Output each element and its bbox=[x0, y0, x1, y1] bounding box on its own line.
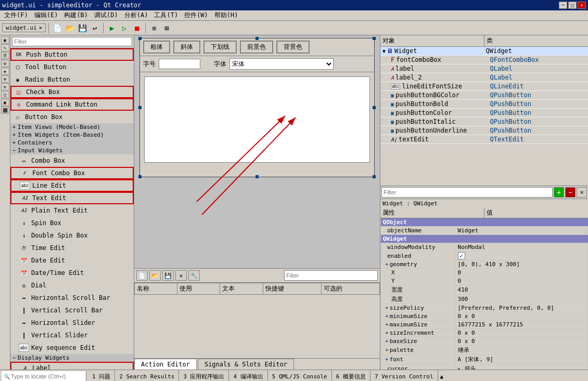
widget-item-label[interactable]: A Label bbox=[10, 362, 134, 370]
menu-item-tools[interactable]: 工具(T) bbox=[151, 10, 181, 21]
tab-action-editor[interactable]: Action Editor bbox=[134, 359, 197, 370]
status-compileoutput[interactable]: 4 编译输出 bbox=[229, 370, 267, 381]
toolbar-btn-stop[interactable]: ■ bbox=[131, 22, 143, 34]
prop-windowmodality-value[interactable]: NonModal bbox=[455, 243, 587, 252]
prop-close-btn[interactable]: × bbox=[577, 187, 587, 198]
expand-sizeincrement-icon[interactable]: + bbox=[385, 330, 389, 336]
widget-item-textedit[interactable]: AI Text Edit bbox=[10, 192, 134, 204]
widget-group-displaywidgets[interactable]: − Display Widgets bbox=[10, 354, 134, 362]
widget-item-lineedit[interactable]: abc Line Edit bbox=[10, 179, 134, 192]
action-open-btn[interactable]: 📂 bbox=[149, 270, 161, 281]
toolbar-btn-grid[interactable]: ⊞ bbox=[161, 22, 172, 34]
widget-filter-input[interactable] bbox=[12, 37, 132, 46]
widget-group-itemwidgets[interactable]: + Item Widgets (Item-Based) bbox=[10, 131, 134, 139]
prop-height-value[interactable]: 300 bbox=[455, 295, 587, 304]
widget-group-itemviews[interactable]: + Item Views (Model-Based) bbox=[10, 123, 134, 131]
prop-y-value[interactable]: 0 bbox=[455, 277, 587, 285]
tool-icon-3[interactable]: ☰ bbox=[1, 52, 9, 59]
obj-row-pushbuttoncolor[interactable]: ▣ pushButtonColor QPushButton bbox=[380, 109, 588, 117]
widget-item-pushbutton[interactable]: OK Push Button bbox=[10, 48, 134, 61]
obj-row-label[interactable]: A label QLabel bbox=[380, 64, 588, 73]
tool-icon-2[interactable]: ✎ bbox=[1, 44, 9, 51]
action-filter-input[interactable] bbox=[284, 270, 378, 281]
widget-item-spinbox[interactable]: ↕ Spin Box bbox=[10, 217, 134, 229]
obj-row-pushbuttonbgcolor[interactable]: ▣ pushButtonBGColor QPushButton bbox=[380, 91, 588, 100]
status-arrow-btn[interactable]: ▲ bbox=[438, 370, 446, 381]
widget-item-radiobutton[interactable]: ◉ Radio Button bbox=[10, 73, 134, 86]
toolbar-btn-debug[interactable]: ▷ bbox=[119, 22, 130, 34]
widget-group-containers[interactable]: + Containers bbox=[10, 139, 134, 147]
action-new-btn[interactable]: 📄 bbox=[136, 270, 148, 281]
status-problems[interactable]: 1 问题 bbox=[88, 370, 115, 381]
obj-row-fontcombo[interactable]: F fontComboBox QFontComboBox bbox=[380, 56, 588, 64]
obj-row-label2[interactable]: A label_2 QLabel bbox=[380, 73, 588, 82]
obj-row-textedit[interactable]: A| textEdit QTextEdit bbox=[380, 135, 588, 144]
maximize-button[interactable]: □ bbox=[568, 2, 577, 9]
prop-filter-input[interactable] bbox=[381, 187, 553, 198]
widget-item-combobox[interactable]: ▭ Combo Box bbox=[10, 154, 134, 167]
expand-font-icon[interactable]: + bbox=[385, 356, 389, 363]
toolbar-btn-new[interactable]: 📄 bbox=[52, 22, 63, 34]
tool-icon-4[interactable]: ⚙ bbox=[1, 60, 9, 67]
widget-item-hslider[interactable]: ━ Horizontal Slider bbox=[10, 317, 134, 329]
status-generalinfo[interactable]: 6 概要信息 bbox=[332, 370, 370, 381]
status-vcs[interactable]: 7 Version Control bbox=[370, 370, 438, 381]
expand-sizepolicy-icon[interactable]: + bbox=[385, 305, 389, 311]
expand-basesize-icon[interactable]: + bbox=[385, 338, 389, 345]
tool-icon-8[interactable]: ◫ bbox=[1, 91, 9, 98]
widget-item-hscrollbar[interactable]: ━ Horizontal Scroll Bar bbox=[10, 292, 134, 304]
menu-item-help[interactable]: 帮助(H) bbox=[211, 10, 241, 21]
menu-item-edit[interactable]: 编辑(E) bbox=[31, 10, 61, 21]
widget-item-timeedit[interactable]: ⏱ Time Edit bbox=[10, 242, 134, 254]
obj-row-pushbuttonitalic[interactable]: ▣ pushButtonItalic QPushButton bbox=[380, 117, 588, 126]
tab-signals-slots[interactable]: Signals & Slots Editor bbox=[198, 359, 294, 370]
prop-objectname-value[interactable]: Widget bbox=[455, 227, 587, 235]
obj-row-pushbuttonbold[interactable]: ▣ pushButtonBold QPushButton bbox=[380, 100, 588, 109]
widget-item-fontcombo[interactable]: 𝐹 Font Combo Box bbox=[10, 167, 134, 179]
tool-icon-6[interactable]: ⊕ bbox=[1, 75, 9, 83]
prop-cursor-value[interactable]: ↖ 箭头 bbox=[455, 364, 587, 370]
toolbar-btn-align[interactable]: ≡ bbox=[148, 22, 160, 34]
menu-item-controls[interactable]: 控件(W) bbox=[181, 10, 211, 21]
widget-group-inputwidgets[interactable]: − Input Widgets bbox=[10, 147, 134, 154]
prop-remove-btn[interactable]: − bbox=[565, 187, 576, 198]
widget-tab-close[interactable]: × bbox=[39, 24, 43, 31]
widget-item-vslider[interactable]: ┃ Vertical Slider bbox=[10, 329, 134, 341]
expand-geometry-icon[interactable]: + bbox=[385, 261, 389, 268]
menu-item-file[interactable]: 文件(F) bbox=[1, 10, 31, 21]
bold-button[interactable]: 粗体 bbox=[143, 41, 170, 54]
obj-row-widget[interactable]: ▼ 🖥 Widget QWidget bbox=[380, 47, 588, 56]
status-appoutput[interactable]: 3 应用程序输出 bbox=[179, 370, 229, 381]
widget-item-checkbox[interactable]: ☑ Check Box bbox=[10, 86, 134, 98]
action-filter-btn[interactable]: 🔧 bbox=[188, 270, 200, 281]
widget-item-dial[interactable]: ◎ Dial bbox=[10, 279, 134, 292]
underline-button[interactable]: 下划线 bbox=[203, 41, 237, 54]
fontsize-input[interactable] bbox=[159, 59, 200, 69]
tool-icon-7[interactable]: ≋ bbox=[1, 83, 9, 90]
obj-row-pushbuttonunderline[interactable]: ▣ pushButtonUnderline QPushButton bbox=[380, 126, 588, 135]
menu-item-build[interactable]: 构建(B) bbox=[61, 10, 91, 21]
menu-item-debug[interactable]: 调试(D) bbox=[91, 10, 121, 21]
widget-item-vscrollbar[interactable]: ┃ Vertical Scroll Bar bbox=[10, 304, 134, 317]
action-save-btn[interactable]: 💾 bbox=[162, 270, 174, 281]
status-qmlconsole[interactable]: 5 QML/JS Console bbox=[268, 370, 332, 381]
backcolor-button[interactable]: 背景色 bbox=[276, 41, 310, 54]
obj-row-lineeditfontsize[interactable]: abc lineEditFontSize QLineEdit bbox=[380, 82, 588, 91]
text-edit-area[interactable] bbox=[144, 76, 370, 163]
widget-item-toolbutton[interactable]: ⬡ Tool Button bbox=[10, 61, 134, 73]
minimize-button[interactable]: ─ bbox=[559, 2, 567, 9]
prop-x-value[interactable]: 0 bbox=[455, 269, 587, 277]
prop-add-btn[interactable]: + bbox=[554, 187, 564, 198]
locate-input[interactable] bbox=[11, 373, 84, 379]
toolbar-btn-open[interactable]: 📂 bbox=[64, 22, 75, 34]
expand-palette-icon[interactable]: + bbox=[385, 347, 389, 353]
prop-enabled-value[interactable]: ✓ bbox=[455, 252, 587, 260]
widget-item-doublespinbox[interactable]: ↕ Double Spin Box bbox=[10, 229, 134, 242]
close-button[interactable]: ✕ bbox=[578, 2, 586, 9]
italic-button[interactable]: 斜体 bbox=[173, 41, 200, 54]
toolbar-btn-save[interactable]: 💾 bbox=[76, 22, 88, 34]
widget-item-dateedit[interactable]: 📅 Date Edit bbox=[10, 254, 134, 267]
prop-width-value[interactable]: 410 bbox=[455, 285, 587, 295]
action-delete-btn[interactable]: ✕ bbox=[175, 270, 187, 281]
widget-item-keyseqedit[interactable]: abc Key sequence Edit bbox=[10, 341, 134, 354]
